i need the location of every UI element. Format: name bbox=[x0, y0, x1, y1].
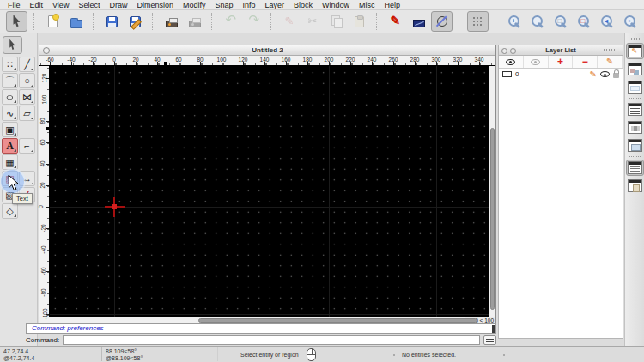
polyline-tool-button[interactable]: ⋈ bbox=[19, 89, 35, 105]
circle-tool-button[interactable]: ○ bbox=[19, 73, 35, 88]
cut-button[interactable] bbox=[302, 11, 324, 32]
grid-toggle-button[interactable] bbox=[467, 11, 489, 32]
menu-draw[interactable]: Draw bbox=[109, 1, 127, 9]
select-arrow-button[interactable] bbox=[6, 11, 27, 32]
redo-button[interactable] bbox=[243, 11, 264, 32]
zoom-in-button[interactable] bbox=[503, 11, 525, 32]
menu-block[interactable]: Block bbox=[294, 1, 313, 9]
edit-pen-button[interactable] bbox=[279, 11, 301, 32]
layer-row[interactable]: 0✎ bbox=[499, 69, 623, 80]
ruler-tick bbox=[46, 293, 49, 293]
select-tool-button[interactable] bbox=[3, 36, 22, 54]
insert-tool-button[interactable]: ▣ bbox=[2, 122, 18, 137]
dock-separator bbox=[629, 156, 641, 157]
menu-layer[interactable]: Layer bbox=[265, 1, 285, 9]
menu-view[interactable]: View bbox=[52, 1, 69, 9]
show-all-layers-button[interactable] bbox=[499, 56, 524, 68]
plot-button[interactable] bbox=[408, 11, 429, 32]
open-file-button[interactable] bbox=[65, 11, 87, 32]
eye-icon[interactable] bbox=[600, 71, 610, 77]
spline-tool-button[interactable]: ∿ bbox=[2, 106, 18, 121]
vertical-scrollbar-thumb[interactable] bbox=[490, 128, 495, 310]
layer-color-swatch[interactable] bbox=[502, 71, 512, 77]
menu-info[interactable]: Info bbox=[243, 1, 256, 9]
paste-button[interactable] bbox=[349, 11, 370, 32]
add-layer-button[interactable]: + bbox=[549, 56, 574, 68]
menu-misc[interactable]: Misc bbox=[359, 1, 375, 9]
menu-file[interactable]: File bbox=[8, 1, 21, 9]
ruler-cursor-marker-h bbox=[164, 62, 167, 65]
toolbar-separator bbox=[211, 13, 216, 30]
ruler-tick bbox=[436, 62, 437, 65]
ruler-tick bbox=[393, 62, 394, 65]
menu-window[interactable]: Window bbox=[322, 1, 349, 9]
media-dock-toggle[interactable] bbox=[626, 137, 644, 154]
menu-edit[interactable]: Edit bbox=[30, 1, 44, 9]
image-tool-button[interactable]: ▦ bbox=[2, 154, 18, 170]
print-preview-button[interactable] bbox=[184, 11, 205, 32]
menu-dimension[interactable]: Dimension bbox=[137, 1, 173, 9]
points-tool-button[interactable]: ∷ bbox=[2, 57, 18, 72]
save-as-button[interactable] bbox=[125, 11, 146, 32]
undo-button[interactable] bbox=[220, 11, 241, 32]
zoom-previous-button[interactable] bbox=[596, 11, 617, 32]
preview-dock-toggle[interactable] bbox=[626, 79, 644, 95]
menu-help[interactable]: Help bbox=[385, 1, 401, 9]
draft-mode-button[interactable] bbox=[431, 11, 453, 32]
horizontal-scrollbar-thumb[interactable] bbox=[198, 318, 477, 323]
zoom-window-button[interactable] bbox=[619, 11, 641, 32]
horizontal-scrollbar[interactable] bbox=[39, 317, 465, 323]
history-scrollbar[interactable] bbox=[492, 325, 495, 333]
arc-tool-button[interactable]: ⌒ bbox=[2, 73, 18, 88]
ellipse-tool-button[interactable]: ○ bbox=[2, 89, 18, 105]
blocks-dock-toggle[interactable] bbox=[626, 61, 644, 77]
command-input[interactable] bbox=[63, 335, 480, 345]
dock-drag-handle[interactable] bbox=[629, 38, 641, 40]
origin-crosshair-center bbox=[112, 204, 117, 209]
hide-all-layers-button[interactable] bbox=[524, 56, 549, 68]
lock-icon[interactable] bbox=[613, 73, 619, 78]
drawing-canvas[interactable] bbox=[50, 66, 489, 317]
tools-dock-toggle[interactable] bbox=[626, 119, 644, 136]
zoom-auto-button[interactable] bbox=[550, 11, 571, 32]
polygon-tool-button[interactable]: ▱ bbox=[19, 106, 35, 121]
new-file-button[interactable] bbox=[42, 11, 64, 32]
save-button[interactable] bbox=[101, 11, 123, 32]
toolbar-separator bbox=[152, 13, 156, 30]
zoom-out-button[interactable] bbox=[526, 11, 548, 32]
print-button[interactable] bbox=[161, 11, 182, 32]
vertical-scrollbar[interactable] bbox=[489, 66, 495, 317]
document-titlebar[interactable]: Untitled 2 bbox=[39, 45, 495, 56]
toolbar-separator bbox=[93, 13, 97, 30]
panel-drag-handle[interactable] bbox=[604, 49, 619, 51]
remove-layer-button[interactable]: − bbox=[573, 56, 598, 68]
edit-layer-button[interactable]: ✎ bbox=[598, 56, 623, 68]
menu-bar: FileEditViewSelectDrawDimensionModifySna… bbox=[0, 0, 644, 10]
command-options-button[interactable] bbox=[483, 335, 496, 345]
dimension-tool-button[interactable]: ⌐ bbox=[19, 138, 35, 154]
menu-modify[interactable]: Modify bbox=[183, 1, 206, 9]
panel-close-icon[interactable] bbox=[501, 48, 507, 54]
pen-button[interactable] bbox=[385, 11, 406, 32]
clipboard-dock-toggle[interactable] bbox=[626, 178, 644, 194]
grid-icon bbox=[472, 16, 483, 27]
library-dock-toggle[interactable] bbox=[626, 101, 644, 118]
mag-auto-icon bbox=[554, 15, 568, 28]
line-tool-button[interactable]: ╱ bbox=[19, 57, 35, 72]
window-close-icon[interactable] bbox=[43, 47, 50, 54]
copy-button[interactable] bbox=[325, 11, 347, 32]
panel-float-icon[interactable] bbox=[510, 48, 516, 54]
layer-panel-header[interactable]: Layer List bbox=[499, 45, 623, 56]
arrow-icon bbox=[10, 15, 24, 28]
pencil-icon[interactable]: ✎ bbox=[590, 70, 597, 79]
solid-tool-button[interactable]: ◇ bbox=[2, 203, 18, 219]
text-tool-button[interactable]: A bbox=[2, 138, 18, 154]
menu-select[interactable]: Select bbox=[78, 1, 100, 9]
menu-snap[interactable]: Snap bbox=[215, 1, 233, 9]
polyline-tool-icon: ⋈ bbox=[22, 92, 32, 103]
pen-dock-toggle[interactable] bbox=[626, 43, 644, 59]
ruler-tick bbox=[46, 121, 49, 122]
zoom-redraw-button[interactable] bbox=[573, 11, 594, 32]
command-dock-toggle[interactable] bbox=[626, 160, 644, 176]
text-window-icon bbox=[628, 161, 642, 174]
